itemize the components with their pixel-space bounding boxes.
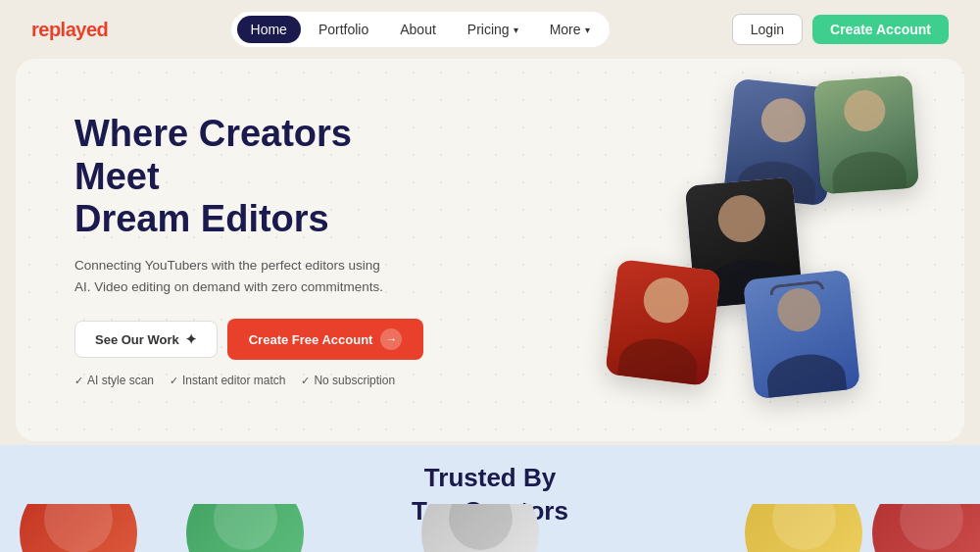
nav-actions: Login Create Account — [732, 14, 949, 45]
create-free-account-button[interactable]: Create Free Account → — [227, 319, 424, 360]
hero-content: Where Creators Meet Dream Editors Connec… — [16, 113, 486, 387]
chevron-icon: ▾ — [585, 25, 590, 35]
check-no-subscription: No subscription — [301, 374, 395, 387]
check-editor-match: Instant editor match — [170, 374, 285, 387]
check-ai-style: AI style scan — [74, 374, 154, 387]
spark-icon: ✦ — [185, 331, 197, 347]
photo-collage — [612, 74, 925, 427]
nav-item-more[interactable]: More ▾ — [536, 16, 604, 43]
creator-avatar-1 — [20, 504, 137, 552]
nav-item-about[interactable]: About — [386, 16, 450, 43]
creator-avatar-5 — [872, 504, 980, 552]
login-button[interactable]: Login — [732, 14, 803, 45]
see-our-work-button[interactable]: See Our Work ✦ — [74, 321, 218, 358]
hero-title: Where Creators Meet Dream Editors — [74, 113, 427, 241]
hero-buttons: See Our Work ✦ Create Free Account → — [74, 319, 427, 360]
creator-row — [0, 504, 980, 552]
nav-menu: Home Portfolio About Pricing ▾ More ▾ — [231, 12, 610, 47]
creator-photo-2 — [813, 75, 919, 195]
creator-photo-4 — [605, 259, 721, 386]
creator-avatar-4 — [745, 504, 862, 552]
creator-avatar-2 — [186, 504, 304, 552]
creator-photo-5 — [743, 270, 860, 400]
navbar: replayed Home Portfolio About Pricing ▾ … — [0, 0, 980, 59]
trusted-section: Trusted By Top Creators — [0, 445, 980, 552]
nav-item-pricing[interactable]: Pricing ▾ — [454, 16, 532, 43]
logo: replayed — [31, 19, 108, 41]
hero-subtitle: Connecting YouTubers with the perfect ed… — [74, 255, 398, 297]
nav-item-portfolio[interactable]: Portfolio — [305, 16, 382, 43]
arrow-icon: → — [380, 328, 402, 350]
chevron-icon: ▾ — [514, 25, 518, 35]
hero-section: Where Creators Meet Dream Editors Connec… — [16, 59, 964, 441]
nav-item-home[interactable]: Home — [237, 16, 301, 43]
hero-feature-checks: AI style scan Instant editor match No su… — [74, 374, 427, 387]
creator-avatar-3 — [421, 504, 539, 552]
create-account-button[interactable]: Create Account — [812, 15, 949, 44]
